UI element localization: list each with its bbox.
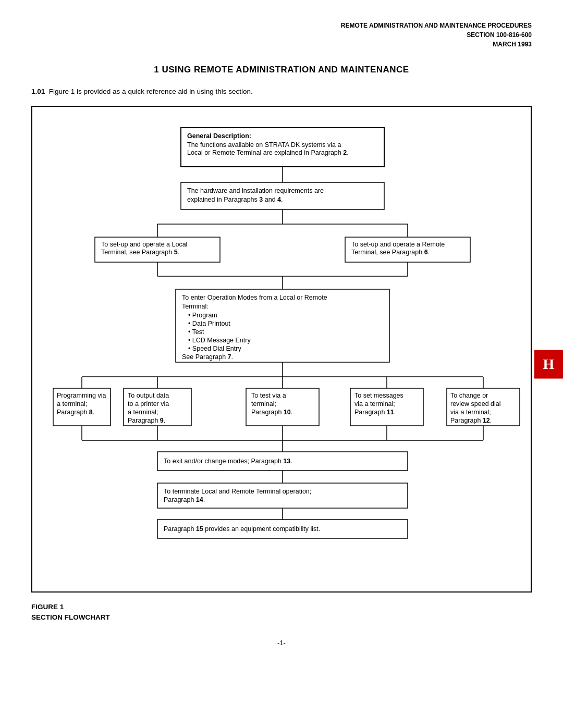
svg-text:Terminal, see Paragraph 6.: Terminal, see Paragraph 6.: [351, 249, 430, 256]
svg-text:To output data: To output data: [128, 392, 169, 399]
page-number: -1-: [31, 639, 532, 647]
svg-text:To enter Operation Modes from : To enter Operation Modes from a Local or…: [182, 294, 327, 301]
page: REMOTE ADMINISTRATION AND MAINTENANCE PR…: [0, 0, 563, 728]
svg-text:Paragraph 12.: Paragraph 12.: [450, 417, 492, 424]
flowchart-container: text { font-family: Arial, Helvetica, sa…: [31, 106, 532, 593]
svg-text:• Program: • Program: [188, 312, 217, 319]
svg-text:To set messages: To set messages: [354, 392, 403, 399]
svg-text:To set-up and operate a Remote: To set-up and operate a Remote: [351, 241, 445, 248]
svg-text:explained in Paragraphs 3 and : explained in Paragraphs 3 and 4.: [187, 196, 283, 203]
svg-text:terminal;: terminal;: [251, 400, 276, 408]
svg-text:Paragraph 9.: Paragraph 9.: [128, 417, 165, 424]
header-line2: SECTION 100-816-600: [31, 30, 532, 40]
figure-caption-line2: SECTION FLOWCHART: [31, 612, 532, 623]
svg-text:Paragraph 11.: Paragraph 11.: [354, 409, 396, 416]
svg-text:• Speed Dial Entry: • Speed Dial Entry: [188, 345, 241, 352]
svg-text:to a printer via: to a printer via: [128, 400, 169, 408]
svg-text:To set-up and operate a Local: To set-up and operate a Local: [101, 241, 187, 248]
svg-rect-69: [157, 483, 408, 508]
flowchart-svg: text { font-family: Arial, Helvetica, sa…: [43, 122, 522, 576]
svg-text:General Description:: General Description:: [187, 132, 251, 140]
svg-text:• LCD Message Entry: • LCD Message Entry: [188, 337, 251, 344]
svg-text:Local or Remote Terminal are e: Local or Remote Terminal are explained i…: [187, 149, 349, 156]
intro-paragraph: 1.01 Figure 1 is provided as a quick ref…: [31, 88, 532, 95]
intro-text: Figure 1 is provided as a quick referenc…: [49, 88, 253, 95]
svg-text:review speed dial: review speed dial: [450, 400, 501, 408]
svg-text:Programming via: Programming via: [57, 392, 106, 399]
page-header: REMOTE ADMINISTRATION AND MAINTENANCE PR…: [31, 21, 532, 49]
svg-text:See Paragraph 7.: See Paragraph 7.: [182, 353, 233, 361]
svg-text:Terminal:: Terminal:: [182, 303, 209, 310]
svg-text:a terminal;: a terminal;: [128, 409, 158, 416]
svg-text:via a terminal;: via a terminal;: [354, 400, 395, 408]
svg-text:• Test: • Test: [188, 328, 204, 336]
svg-text:To change or: To change or: [450, 392, 488, 399]
svg-text:a terminal;: a terminal;: [57, 400, 87, 408]
svg-text:To terminate Local and Remote : To terminate Local and Remote Terminal o…: [164, 488, 311, 495]
svg-text:To test via a: To test via a: [251, 392, 286, 399]
figure-caption: FIGURE 1 SECTION FLOWCHART: [31, 602, 532, 623]
svg-text:Paragraph 8.: Paragraph 8.: [57, 409, 94, 416]
tab-marker-h: H: [534, 350, 563, 378]
svg-text:• Data Printout: • Data Printout: [188, 320, 230, 327]
svg-text:via a terminal;: via a terminal;: [450, 409, 491, 416]
header-line3: MARCH 1993: [31, 40, 532, 49]
figure-caption-line1: FIGURE 1: [31, 602, 532, 612]
section-title: 1 USING REMOTE ADMINISTRATION AND MAINTE…: [31, 65, 532, 75]
svg-text:To exit and/or change modes; P: To exit and/or change modes; Paragraph 1…: [164, 458, 292, 465]
svg-text:Paragraph 10.: Paragraph 10.: [251, 409, 292, 416]
svg-text:The hardware and installation : The hardware and installation requiremen…: [187, 187, 324, 194]
svg-text:Terminal, see Paragraph 5.: Terminal, see Paragraph 5.: [101, 249, 179, 256]
intro-number: 1.01: [31, 88, 45, 95]
svg-text:Paragraph 15 provides an equip: Paragraph 15 provides an equipment compa…: [164, 525, 320, 533]
svg-text:Paragraph 14.: Paragraph 14.: [164, 496, 205, 503]
svg-text:The functions available on STR: The functions available on STRATA DK sys…: [187, 141, 341, 149]
header-line1: REMOTE ADMINISTRATION AND MAINTENANCE PR…: [31, 21, 532, 30]
